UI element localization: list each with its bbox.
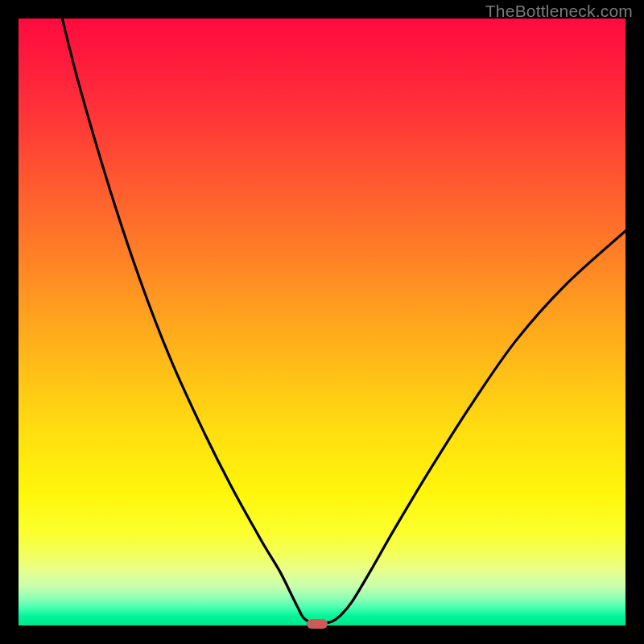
- chart-frame: TheBottleneck.com: [0, 0, 644, 644]
- optimal-marker: [307, 619, 328, 629]
- bottleneck-curve: [19, 19, 625, 625]
- watermark-text: TheBottleneck.com: [485, 2, 633, 21]
- bottleneck-curve-path: [62, 19, 625, 623]
